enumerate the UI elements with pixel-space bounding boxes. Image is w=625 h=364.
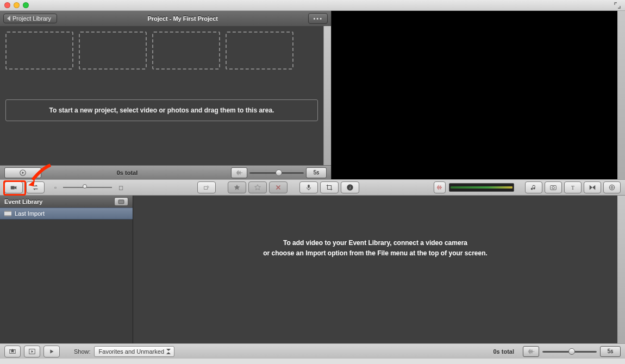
mark-favorite-button[interactable] bbox=[228, 181, 246, 193]
zoom-window-button[interactable] bbox=[23, 2, 29, 8]
event-sidebar-header: Event Library bbox=[0, 196, 133, 208]
project-scrollbar[interactable] bbox=[323, 26, 331, 165]
project-thumb-controls: 5s bbox=[231, 167, 327, 178]
keyword-filter-button[interactable] bbox=[4, 346, 21, 357]
window-titlebar bbox=[0, 0, 625, 11]
frame-large-icon: ◻ bbox=[118, 184, 123, 191]
middle-toolbar: ▫ ◻ i bbox=[0, 179, 625, 196]
event-body[interactable]: To add video to your Event Library, conn… bbox=[133, 196, 617, 343]
thumbnail-duration-button[interactable]: 5s bbox=[306, 167, 327, 178]
svg-rect-13 bbox=[4, 215, 11, 216]
event-pane: To add video to your Event Library, conn… bbox=[133, 196, 625, 343]
crop-button[interactable] bbox=[320, 181, 339, 193]
placeholder-thumb bbox=[152, 32, 220, 70]
maps-browser-button[interactable] bbox=[603, 181, 621, 193]
frame-small-icon: ▫ bbox=[54, 184, 57, 191]
footer-thumb-duration[interactable]: 5s bbox=[600, 346, 621, 357]
play-project-button[interactable] bbox=[4, 167, 41, 178]
project-options-button[interactable]: ••• bbox=[308, 13, 328, 24]
thumb-duration-label: 5s bbox=[314, 170, 320, 175]
traffic-lights bbox=[4, 2, 29, 8]
swap-layout-button[interactable] bbox=[26, 181, 45, 193]
minimize-window-button[interactable] bbox=[14, 2, 20, 8]
event-scrollbar[interactable] bbox=[617, 196, 625, 343]
project-body[interactable]: To start a new project, select video or … bbox=[0, 26, 323, 165]
sidebar-item-last-import[interactable]: Last Import bbox=[0, 208, 133, 219]
clip-icon bbox=[4, 211, 11, 216]
audio-meter-toggle[interactable] bbox=[434, 181, 446, 193]
event-thumb-slider[interactable] bbox=[63, 186, 112, 189]
svg-text:i: i bbox=[349, 185, 351, 190]
project-pane: Project Library Project - My First Proje… bbox=[0, 11, 332, 179]
project-header: Project Library Project - My First Proje… bbox=[0, 11, 331, 26]
svg-rect-3 bbox=[308, 185, 310, 188]
project-total-duration: 0s total bbox=[46, 170, 209, 176]
unmark-button[interactable] bbox=[248, 181, 267, 193]
placeholder-thumb bbox=[226, 32, 293, 70]
placeholder-thumb bbox=[79, 32, 147, 70]
waveform-toggle-button[interactable] bbox=[231, 167, 247, 178]
svg-rect-12 bbox=[4, 211, 11, 212]
placeholder-thumbnails bbox=[5, 32, 318, 70]
audio-level-meter bbox=[449, 183, 514, 192]
reject-button[interactable] bbox=[269, 181, 288, 193]
event-empty-line2: or choose an Import option from the File… bbox=[263, 248, 488, 259]
project-dropzone[interactable]: To start a new project, select video or … bbox=[5, 99, 318, 121]
hard-drive-toggle-button[interactable] bbox=[114, 197, 128, 206]
svg-rect-2 bbox=[204, 186, 208, 189]
play-selection-button[interactable] bbox=[43, 346, 60, 357]
bottom-section: Event Library Last Import To add video t… bbox=[0, 196, 625, 343]
close-window-button[interactable] bbox=[4, 2, 10, 8]
footer-bar: Show: Favorites and Unmarked 0s total 5s bbox=[0, 343, 625, 359]
svg-text:T: T bbox=[571, 185, 574, 191]
thumbnail-size-slider[interactable] bbox=[249, 169, 304, 177]
drag-to-project-button[interactable] bbox=[197, 181, 216, 193]
svg-rect-1 bbox=[11, 186, 15, 189]
project-library-back-button[interactable]: Project Library bbox=[3, 14, 57, 23]
event-sidebar: Event Library Last Import bbox=[0, 196, 133, 343]
top-section: Project Library Project - My First Proje… bbox=[0, 11, 625, 179]
show-label: Show: bbox=[74, 348, 91, 355]
sidebar-empty-area bbox=[0, 219, 133, 343]
import-camera-button[interactable] bbox=[4, 181, 23, 193]
viewer-pane bbox=[332, 11, 617, 179]
voiceover-button[interactable] bbox=[299, 181, 318, 193]
viewer-scrollbar[interactable] bbox=[617, 11, 625, 179]
event-library-title: Event Library bbox=[4, 198, 42, 205]
inspector-button[interactable]: i bbox=[341, 181, 359, 193]
event-empty-line1: To add video to your Event Library, conn… bbox=[263, 238, 488, 248]
svg-rect-10 bbox=[118, 200, 124, 204]
play-fullscreen-button[interactable] bbox=[24, 346, 40, 357]
footer-thumb-slider[interactable] bbox=[542, 348, 597, 355]
transition-browser-button[interactable] bbox=[584, 181, 601, 193]
project-title: Project - My First Project bbox=[61, 15, 304, 22]
project-meta-bar: 0s total 5s bbox=[0, 165, 331, 179]
footer-waveform-toggle[interactable] bbox=[523, 346, 539, 357]
placeholder-thumb bbox=[5, 32, 73, 70]
show-filter-value: Favorites and Unmarked bbox=[99, 348, 164, 355]
fullscreen-icon[interactable] bbox=[614, 2, 621, 9]
svg-rect-6 bbox=[551, 186, 557, 190]
music-browser-button[interactable] bbox=[525, 181, 542, 193]
footer-dur-label: 5s bbox=[608, 348, 614, 354]
title-browser-button[interactable]: T bbox=[564, 181, 582, 193]
photo-browser-button[interactable] bbox=[545, 181, 562, 193]
show-filter-select[interactable]: Favorites and Unmarked bbox=[94, 346, 174, 357]
dropzone-text: To start a new project, select video or … bbox=[49, 106, 274, 114]
svg-point-7 bbox=[552, 186, 554, 189]
sidebar-item-label: Last Import bbox=[15, 210, 45, 217]
event-total-duration: 0s total bbox=[493, 348, 520, 355]
event-empty-message: To add video to your Event Library, conn… bbox=[263, 238, 488, 259]
back-button-label: Project Library bbox=[12, 15, 51, 22]
